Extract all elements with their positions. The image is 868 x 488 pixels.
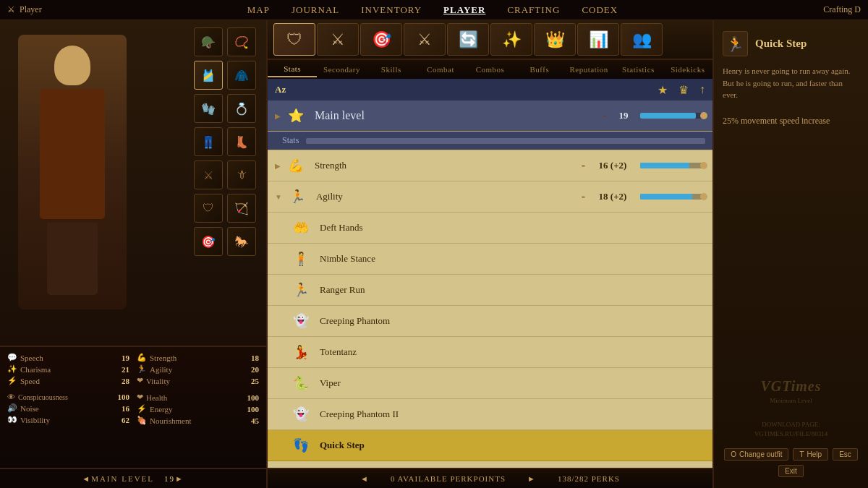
- eq-slot-chest[interactable]: 🎽: [194, 61, 223, 90]
- nav-player[interactable]: PLAYER: [443, 4, 485, 16]
- tab-label-combat[interactable]: Combat: [416, 62, 465, 77]
- expand-strength-icon: ▶: [275, 162, 281, 170]
- skill-item-nimble-stance[interactable]: 🧍 Nimble Stance: [268, 244, 712, 275]
- left-panel: 🪖 📿 🎽 🧥 🧤 💍 👖 👢 ⚔ 🗡: [0, 20, 268, 488]
- filter-up-icon[interactable]: ↑: [699, 83, 705, 97]
- stat-speech: 💬 Speech 19: [7, 353, 129, 362]
- minimum-level-label: Minimum Level: [723, 397, 859, 404]
- creeping-phantom-2-name: Creeping Phantom II: [320, 408, 399, 420]
- tab-icon-stats[interactable]: 🛡: [273, 23, 315, 56]
- tab-icon-buffs[interactable]: ✨: [490, 23, 532, 56]
- main-level-value: 19: [613, 110, 634, 121]
- eq-slot-back[interactable]: 🧥: [227, 61, 256, 90]
- game-icon: ⚔: [7, 4, 15, 15]
- main-level-minus[interactable]: -: [603, 109, 607, 122]
- nav-crafting[interactable]: CRAFTING: [507, 4, 560, 16]
- eq-slot-bow[interactable]: 🏹: [227, 194, 256, 223]
- tab-label-secondary[interactable]: Secondary: [317, 62, 366, 77]
- tab-icon-statistics[interactable]: 📊: [577, 23, 619, 56]
- stat-conspicuousness: 👁 Conspicuousness 100: [7, 393, 129, 401]
- esc-button[interactable]: Esc: [833, 448, 858, 461]
- tab-label-stats[interactable]: Stats: [268, 61, 317, 77]
- filter-crown-icon[interactable]: ♛: [678, 83, 689, 97]
- eq-slot-neck[interactable]: 📿: [227, 27, 256, 56]
- quick-step-detail-icon: 🏃: [726, 35, 744, 53]
- tab-icon-reputation[interactable]: 👑: [534, 23, 576, 56]
- skill-item-creeping-phantom[interactable]: 👻 Creeping Phantom: [268, 306, 712, 337]
- eq-slot-shield[interactable]: 🛡: [194, 194, 223, 223]
- stat-speed: ⚡ Speed 28: [7, 376, 129, 385]
- skill-item-featherweight[interactable]: 🪶 Featherweight: [268, 461, 712, 468]
- help-button[interactable]: T Help: [793, 448, 828, 461]
- nav-inventory[interactable]: INVENTORY: [361, 4, 422, 16]
- eq-slot-head[interactable]: 🪖: [194, 27, 223, 56]
- nav-codex[interactable]: CODEX: [582, 4, 618, 16]
- viper-name: Viper: [320, 377, 341, 389]
- tab-label-combos[interactable]: Combos: [465, 62, 514, 77]
- eq-slot-ring[interactable]: 💍: [227, 94, 256, 123]
- strength-icon: 💪: [137, 353, 147, 362]
- skill-item-agility[interactable]: ▼ 🏃 Agility - 18 (+2): [268, 181, 712, 213]
- eq-slot-arrow[interactable]: 🎯: [194, 227, 223, 256]
- eq-slot-feet[interactable]: 👢: [227, 127, 256, 156]
- eq-slot-horse[interactable]: 🐎: [227, 227, 256, 256]
- stat-health: ❤ Health 100: [137, 393, 259, 402]
- skill-item-main-level[interactable]: ▶ ⭐ Main level - 19: [268, 100, 712, 132]
- tab-label-sidekicks[interactable]: Sidekicks: [663, 62, 712, 77]
- right-panel: 🏃 Quick Step Henry is never going to run…: [712, 20, 868, 488]
- skill-detail-bonus: 25% movement speed increase: [723, 116, 859, 127]
- totentanz-name: Totentanz: [320, 346, 357, 358]
- nav-journal[interactable]: JOURNAL: [292, 4, 339, 16]
- skill-item-deft-hands[interactable]: 🤲 Deft Hands: [268, 213, 712, 244]
- skill-detail-name: Quick Step: [755, 38, 807, 50]
- available-perkpoints: 0 AVAILABLE PERKPOINTS: [391, 474, 506, 483]
- tab-icon-secondary[interactable]: ⚔: [317, 23, 359, 56]
- sort-az-button[interactable]: Az: [275, 84, 286, 95]
- quick-step-name: Quick Step: [320, 440, 365, 451]
- strength-minus[interactable]: -: [582, 159, 585, 172]
- arrow-right-icon: ►: [175, 474, 184, 483]
- skill-item-viper[interactable]: 🐍 Viper: [268, 368, 712, 399]
- change-outfit-button[interactable]: O Change outfit: [724, 448, 788, 461]
- skill-item-totentanz[interactable]: 💃 Totentanz: [268, 337, 712, 368]
- eq-slot-weapon1[interactable]: ⚔: [194, 160, 223, 189]
- character-stats: 💬 Speech 19 ✨ Charisma 21 ⚡ Speed 28 👁 C…: [0, 346, 266, 468]
- eq-slot-weapon2[interactable]: 🗡: [227, 160, 256, 189]
- character-bottom-bar: ◄ MAIN LEVEL 19 ►: [0, 468, 266, 488]
- strength-name: Strength: [315, 160, 582, 171]
- tab-label-statistics[interactable]: Statistics: [613, 62, 663, 77]
- skill-item-quick-step[interactable]: 👣 Quick Step: [268, 430, 712, 461]
- tab-label-skills[interactable]: Skills: [367, 62, 416, 77]
- speed-icon: ⚡: [7, 376, 17, 385]
- skill-item-creeping-phantom-2[interactable]: 👻 Creeping Phantom II: [268, 399, 712, 430]
- exit-button[interactable]: Exit: [778, 465, 804, 477]
- perk-arrow-right[interactable]: ►: [527, 474, 536, 483]
- noise-icon: 🔊: [7, 403, 17, 413]
- main-level-bar-dot: [700, 112, 707, 119]
- skill-item-strength[interactable]: ▶ 💪 Strength - 16 (+2): [268, 150, 712, 181]
- ranger-run-icon: 🏃: [289, 278, 312, 301]
- nav-map[interactable]: MAP: [247, 4, 270, 16]
- skill-item-ranger-run[interactable]: 🏃 Ranger Run: [268, 275, 712, 306]
- perk-arrow-left[interactable]: ◄: [360, 474, 369, 483]
- tab-label-reputation[interactable]: Reputation: [564, 62, 613, 77]
- tab-label-buffs[interactable]: Buffs: [515, 62, 564, 77]
- watermark-area: VGTimes Minimum Level DOWNLOAD PAGE: VGT…: [723, 378, 859, 437]
- skill-detail-description: Henry is never going to run away again. …: [723, 65, 859, 101]
- strength-bar-fill: [640, 163, 689, 168]
- tab-icon-combos[interactable]: 🔄: [447, 23, 489, 56]
- tab-icon-combat[interactable]: ⚔: [404, 23, 446, 56]
- visibility-icon: 👀: [7, 415, 17, 424]
- tab-icon-sidekicks[interactable]: 👥: [621, 23, 663, 56]
- creeping-phantom-name: Creeping Phantom: [320, 315, 390, 327]
- health-icon: ❤: [137, 393, 143, 402]
- filter-star-icon[interactable]: ★: [658, 83, 668, 97]
- main-nav: MAP JOURNAL INVENTORY PLAYER CRAFTING CO…: [247, 4, 618, 16]
- deft-hands-icon: 🤲: [289, 216, 312, 239]
- skill-header-stats: Stats: [268, 132, 712, 150]
- eq-slot-legs[interactable]: 👖: [194, 127, 223, 156]
- tab-icon-skills[interactable]: 🎯: [360, 23, 402, 56]
- eq-slot-hands[interactable]: 🧤: [194, 94, 223, 123]
- agility-minus[interactable]: -: [582, 190, 585, 203]
- tab-labels-row: Stats Secondary Skills Combat Combos Buf…: [268, 60, 712, 79]
